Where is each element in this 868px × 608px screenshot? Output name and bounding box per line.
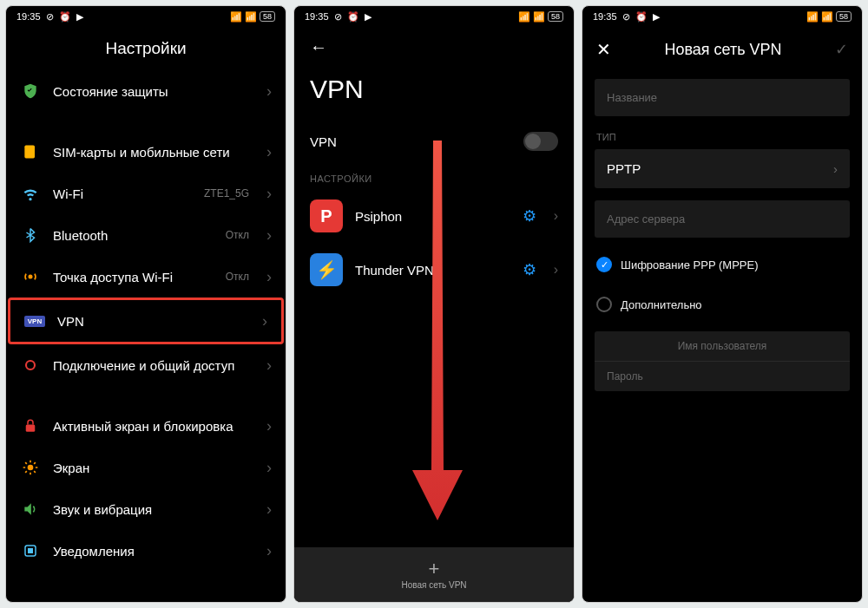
video-icon: ▶ bbox=[653, 11, 660, 23]
status-bar: 19:35 ⊘ ⏰ ▶ 📶 📶 58 bbox=[582, 6, 862, 27]
lockscreen-item[interactable]: Активный экран и блокировка › bbox=[6, 405, 286, 447]
wifi-icon: 📶 bbox=[245, 11, 257, 23]
confirm-icon[interactable]: ✓ bbox=[835, 40, 848, 59]
sound-icon bbox=[20, 499, 41, 520]
item-label: VPN bbox=[57, 314, 84, 329]
gear-icon[interactable]: ⚙ bbox=[523, 260, 536, 279]
vpn-toggle[interactable] bbox=[523, 132, 558, 151]
svg-point-1 bbox=[29, 275, 33, 279]
status-time: 19:35 bbox=[305, 11, 329, 22]
back-arrow-icon: ← bbox=[310, 37, 327, 56]
lock-icon bbox=[20, 415, 41, 436]
chevron-icon: › bbox=[266, 459, 272, 477]
chevron-icon: › bbox=[262, 312, 267, 330]
dnd-icon: ⊘ bbox=[622, 11, 630, 23]
item-trailing: Откл bbox=[226, 271, 249, 283]
chevron-icon: › bbox=[266, 542, 272, 560]
chevron-icon: › bbox=[266, 82, 272, 101]
battery-indicator: 58 bbox=[836, 11, 852, 22]
battery-indicator: 58 bbox=[260, 11, 275, 22]
add-vpn-button[interactable]: + Новая сеть VPN bbox=[294, 547, 574, 602]
item-trailing: ZTE1_5G bbox=[204, 187, 249, 199]
video-icon: ▶ bbox=[76, 11, 83, 23]
vpn-master-toggle-row[interactable]: VPN bbox=[294, 120, 574, 163]
svg-point-3 bbox=[28, 465, 34, 471]
section-header: НАСТРОЙКИ bbox=[294, 163, 574, 189]
svg-rect-13 bbox=[28, 548, 33, 553]
item-label: Экран bbox=[53, 461, 89, 475]
vpn-app-thunder[interactable]: ⚡ Thunder VPN ⚙ › bbox=[294, 243, 574, 297]
svg-rect-2 bbox=[26, 425, 36, 432]
alarm-icon: ⏰ bbox=[347, 11, 359, 23]
plus-icon: + bbox=[294, 559, 574, 579]
toggle-label: VPN bbox=[310, 134, 337, 149]
checkbox-checked-icon: ✓ bbox=[596, 257, 612, 272]
gear-icon[interactable]: ⚙ bbox=[523, 206, 536, 226]
wifi-item[interactable]: Wi-Fi ZTE1_5G › bbox=[6, 173, 286, 214]
type-select[interactable]: PPTP › bbox=[595, 149, 850, 188]
psiphon-icon: P bbox=[310, 199, 343, 232]
signal-icon: 📶 bbox=[230, 11, 242, 23]
name-input[interactable]: Название bbox=[595, 79, 850, 116]
alarm-icon: ⏰ bbox=[59, 11, 71, 23]
status-bar: 19:35 ⊘ ⏰ ▶ 📶 📶 58 bbox=[294, 6, 574, 27]
vpn-highlight: VPN VPN › bbox=[8, 297, 284, 344]
status-bar: 19:35 ⊘ ⏰ ▶ 📶 📶 58 bbox=[6, 6, 286, 27]
share-icon bbox=[20, 355, 41, 376]
vpn-app-psiphon[interactable]: P Psiphon ⚙ › bbox=[294, 189, 574, 243]
signal-icon: 📶 bbox=[806, 11, 819, 23]
item-label: Состояние защиты bbox=[53, 84, 168, 99]
chevron-icon: › bbox=[833, 161, 838, 176]
page-title: Новая сеть VPN bbox=[625, 41, 821, 59]
sound-item[interactable]: Звук и вибрация › bbox=[6, 488, 286, 530]
chevron-icon: › bbox=[554, 262, 558, 278]
chevron-icon: › bbox=[266, 500, 272, 519]
item-label: Bluetooth bbox=[53, 228, 108, 243]
connection-sharing-item[interactable]: Подключение и общий доступ › bbox=[6, 344, 286, 386]
hotspot-icon bbox=[20, 266, 41, 287]
wifi-icon bbox=[20, 183, 41, 204]
advanced-label: Дополнительно bbox=[621, 298, 702, 311]
ppp-encryption-row[interactable]: ✓ Шифрование PPP (MPPE) bbox=[582, 245, 862, 284]
vpn-icon: VPN bbox=[24, 311, 45, 331]
new-vpn-screen: 19:35 ⊘ ⏰ ▶ 📶 📶 58 ✕ Новая сеть VPN ✓ На… bbox=[582, 5, 863, 603]
svg-line-11 bbox=[34, 462, 36, 464]
bluetooth-item[interactable]: Bluetooth Откл › bbox=[6, 214, 286, 256]
close-icon[interactable]: ✕ bbox=[596, 39, 611, 60]
sim-icon bbox=[20, 141, 41, 162]
security-status-item[interactable]: Состояние защиты › bbox=[6, 70, 286, 112]
wifi-icon: 📶 bbox=[821, 11, 833, 23]
password-input[interactable]: Пароль bbox=[595, 362, 850, 391]
add-vpn-label: Новая сеть VPN bbox=[294, 580, 574, 590]
vpn-item[interactable]: VPN VPN › bbox=[10, 300, 281, 342]
back-button[interactable]: ← bbox=[294, 27, 574, 68]
type-value: PPTP bbox=[607, 161, 641, 176]
notifications-item[interactable]: Уведомления › bbox=[6, 530, 286, 572]
alarm-icon: ⏰ bbox=[635, 11, 648, 23]
hotspot-item[interactable]: Точка доступа Wi-Fi Откл › bbox=[6, 256, 286, 297]
item-label: Подключение и общий доступ bbox=[53, 358, 234, 373]
advanced-row[interactable]: Дополнительно bbox=[582, 284, 862, 324]
chevron-icon: › bbox=[266, 143, 272, 161]
dnd-icon: ⊘ bbox=[334, 11, 342, 23]
page-title: Настройки bbox=[6, 27, 286, 70]
svg-line-8 bbox=[25, 462, 27, 464]
svg-rect-0 bbox=[24, 146, 35, 159]
app-label: Thunder VPN bbox=[355, 263, 510, 278]
settings-screen: 19:35 ⊘ ⏰ ▶ 📶 📶 58 Настройки Состояние з… bbox=[5, 5, 286, 603]
sim-cards-item[interactable]: SIM-карты и мобильные сети › bbox=[6, 131, 286, 173]
item-label: SIM-карты и мобильные сети bbox=[53, 145, 230, 160]
chevron-icon: › bbox=[266, 185, 272, 203]
notifications-icon bbox=[20, 540, 41, 561]
credentials-block: Имя пользователя Пароль bbox=[595, 331, 850, 391]
svg-line-9 bbox=[34, 471, 36, 473]
chevron-icon: › bbox=[266, 268, 272, 286]
dnd-icon: ⊘ bbox=[46, 11, 54, 23]
signal-icon: 📶 bbox=[518, 11, 530, 23]
item-trailing: Откл bbox=[226, 229, 249, 241]
bluetooth-icon bbox=[20, 225, 41, 245]
username-input[interactable]: Имя пользователя bbox=[595, 331, 850, 361]
item-label: Wi-Fi bbox=[53, 186, 83, 201]
server-address-input[interactable]: Адрес сервера bbox=[595, 200, 850, 238]
display-item[interactable]: Экран › bbox=[6, 447, 286, 488]
